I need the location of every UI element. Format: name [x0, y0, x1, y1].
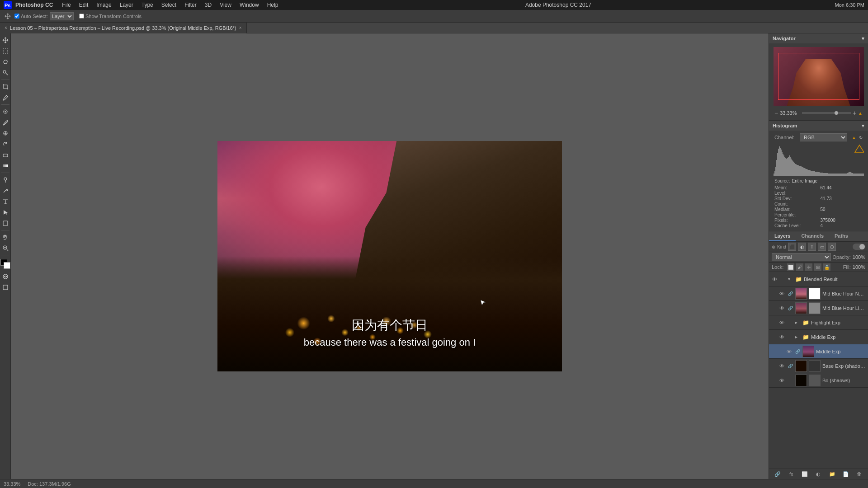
system-time: Mon 6:30 PM: [835, 2, 864, 8]
new-layer-btn[interactable]: 📄: [842, 470, 849, 478]
clone-stamp-tool[interactable]: [0, 128, 10, 138]
zoom-value[interactable]: 33.33%: [780, 110, 800, 116]
add-adjustment-btn[interactable]: ◐: [815, 470, 822, 478]
svg-rect-95: [847, 173, 848, 176]
quick-mask-btn[interactable]: [0, 272, 10, 282]
layer-eye-mbhn[interactable]: 👁: [778, 290, 785, 297]
layer-group-middle-exp[interactable]: 👁 ▸ 📁 Middle Exp: [769, 330, 868, 344]
brush-tool[interactable]: [0, 117, 10, 127]
zoom-in-icon[interactable]: +: [853, 109, 856, 117]
move-tool[interactable]: [0, 35, 10, 45]
layer-eye-bo[interactable]: 👁: [778, 377, 785, 384]
menu-file[interactable]: File: [58, 1, 74, 9]
histogram-header[interactable]: Histogram ▾: [769, 121, 868, 131]
tab-channels[interactable]: Channels: [796, 231, 829, 241]
filter-btn-adjust[interactable]: ◐: [798, 243, 806, 251]
document-tab[interactable]: × Lesson 05 – Pietrapertosa Redemption –…: [0, 23, 247, 33]
auto-select-target[interactable]: Layer Group: [50, 12, 74, 20]
svg-rect-90: [842, 174, 843, 176]
dodge-tool[interactable]: [0, 175, 10, 185]
lock-transparent-btn[interactable]: ⬜: [787, 263, 794, 271]
filter-btn-type[interactable]: T: [808, 243, 816, 251]
transform-controls-checkbox[interactable]: [79, 14, 84, 19]
zoom-out-icon[interactable]: −: [774, 109, 778, 117]
canvas-image[interactable]: 因为有个节日 because there was a festival goin…: [217, 141, 562, 371]
eraser-tool[interactable]: [0, 150, 10, 160]
foreground-background-colors[interactable]: [0, 259, 10, 269]
menu-window[interactable]: Window: [236, 1, 263, 9]
hand-tool[interactable]: [0, 232, 10, 242]
filter-btn-pixel[interactable]: ⬛: [788, 243, 796, 251]
lasso-tool[interactable]: [0, 57, 10, 67]
layer-eye-base[interactable]: 👁: [778, 362, 785, 370]
path-select-tool[interactable]: [0, 207, 10, 217]
menu-image[interactable]: Image: [93, 1, 115, 9]
channel-select[interactable]: RGB Red Green Blue Luminosity: [800, 133, 847, 141]
svg-rect-17: [776, 160, 777, 176]
layer-name-bo: Bo (shaows): [822, 378, 866, 383]
screen-mode-btn[interactable]: [0, 282, 10, 292]
delete-layer-btn[interactable]: 🗑: [856, 470, 863, 478]
opacity-value[interactable]: 100%: [853, 254, 865, 260]
tab-close-btn[interactable]: ×: [239, 25, 242, 30]
fill-value[interactable]: 100%: [853, 264, 865, 270]
pen-tool[interactable]: [0, 186, 10, 196]
layer-eye-blended-result[interactable]: 👁: [771, 276, 778, 283]
svg-rect-73: [827, 173, 828, 176]
background-color[interactable]: [4, 262, 10, 269]
add-link-btn[interactable]: 🔗: [774, 470, 781, 478]
type-tool[interactable]: [0, 197, 10, 206]
layer-mid-blue-hour-lighten[interactable]: 👁 🔗 Mid Blue Hour Lighten: [769, 301, 868, 315]
move-tool-btn[interactable]: [3, 11, 13, 21]
blend-mode-select[interactable]: Normal Dissolve Multiply Screen Overlay …: [772, 253, 831, 261]
menu-3d[interactable]: 3D: [201, 1, 215, 9]
crop-tool[interactable]: [0, 82, 10, 92]
menu-edit[interactable]: Edit: [75, 1, 92, 9]
layer-base-exp[interactable]: 👁 🔗 Base Exp (shadows): [769, 359, 868, 373]
svg-rect-74: [828, 174, 829, 176]
tool-sep-4: [1, 230, 9, 230]
menu-view[interactable]: View: [216, 1, 235, 9]
selection-tool[interactable]: [0, 46, 10, 56]
patch-tool[interactable]: [0, 107, 10, 117]
gradient-tool[interactable]: [0, 161, 10, 171]
lock-artboard-btn[interactable]: ⊞: [814, 263, 821, 271]
layer-mid-blue-hour-normal[interactable]: 👁 🔗 Mid Blue Hour Normal: [769, 286, 868, 301]
filter-btn-smart[interactable]: ⬡: [828, 243, 836, 251]
add-mask-btn[interactable]: ⬜: [801, 470, 808, 478]
zoom-slider[interactable]: [802, 112, 851, 114]
svg-rect-88: [840, 174, 841, 176]
lock-image-btn[interactable]: 🖌: [796, 263, 803, 271]
layer-group-highlight-exp[interactable]: 👁 ▸ 📁 Highlight Exp: [769, 315, 868, 330]
layer-group-blended-result[interactable]: 👁 ▾ 📁 Blended Result: [769, 272, 868, 286]
shape-tool[interactable]: [0, 218, 10, 228]
lock-all-btn[interactable]: 🔒: [823, 263, 830, 271]
tab-paths[interactable]: Paths: [829, 231, 854, 241]
tab-layers[interactable]: Layers: [769, 231, 796, 241]
zoom-tool[interactable]: [0, 243, 10, 253]
layer-middle-exp[interactable]: 👁 🔗 Middle Exp: [769, 344, 868, 359]
svg-rect-15: [774, 171, 775, 176]
filter-toggle[interactable]: [853, 244, 865, 250]
menu-layer[interactable]: Layer: [116, 1, 137, 9]
lock-position-btn[interactable]: ✛: [805, 263, 812, 271]
menu-select[interactable]: Select: [158, 1, 180, 9]
add-style-btn[interactable]: fx: [788, 470, 795, 478]
layer-eye-middle-group[interactable]: 👁: [778, 333, 785, 341]
layer-bo-shadows[interactable]: 👁 Bo (shaows): [769, 373, 868, 388]
menu-help[interactable]: Help: [264, 1, 282, 9]
menu-filter[interactable]: Filter: [181, 1, 200, 9]
menu-type[interactable]: Type: [138, 1, 157, 9]
layer-eye-middle[interactable]: 👁: [785, 348, 793, 355]
eyedropper-tool[interactable]: [0, 93, 10, 103]
filter-btn-shape[interactable]: ▭: [818, 243, 826, 251]
layer-eye-highlight[interactable]: 👁: [778, 319, 785, 326]
quick-selection-tool[interactable]: [0, 68, 10, 78]
navigator-header[interactable]: Navigator ▾: [769, 33, 868, 43]
histogram-refresh-icon[interactable]: ↻: [859, 135, 863, 140]
layer-eye-mbhl[interactable]: 👁: [778, 305, 785, 312]
auto-select-checkbox[interactable]: [14, 14, 19, 19]
history-brush-tool[interactable]: [0, 139, 10, 149]
add-group-btn[interactable]: 📁: [829, 470, 836, 478]
median-label: Median:: [774, 207, 817, 212]
